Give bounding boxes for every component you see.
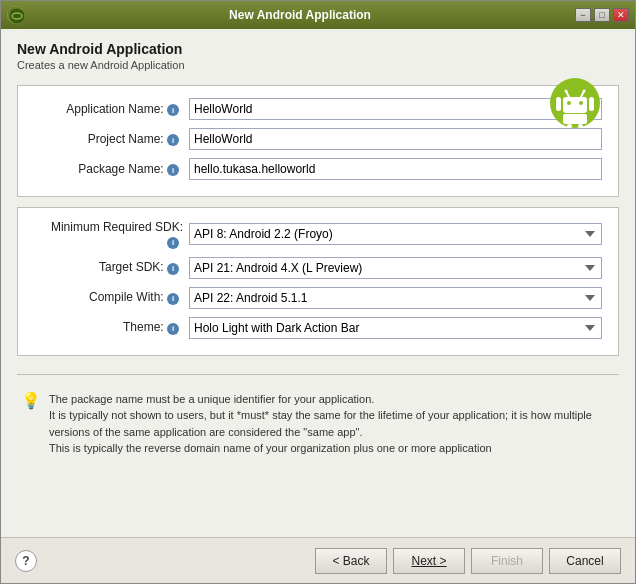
project-name-input[interactable] [189,128,602,150]
svg-point-8 [565,90,568,93]
help-button[interactable]: ? [15,550,37,572]
text-fields-section: Application Name: i Project Name: i Pack… [17,85,619,197]
svg-rect-12 [589,97,594,111]
project-name-label: Project Name: i [34,132,189,147]
close-button[interactable]: ✕ [613,8,629,22]
footer: ? < Back Next > Finish Cancel [1,537,635,583]
info-bulb-icon: 💡 [21,391,41,410]
compile-with-row: Compile With: i API 22: Android 5.1.1 AP… [34,287,602,309]
eclipse-icon [7,6,25,24]
header-area: New Android Application Creates a new An… [17,41,619,85]
cancel-button[interactable]: Cancel [549,548,621,574]
theme-info-icon[interactable]: i [167,323,179,335]
minimize-button[interactable]: − [575,8,591,22]
maximize-button[interactable]: □ [594,8,610,22]
svg-rect-13 [567,124,572,128]
svg-rect-11 [556,97,561,111]
page-subtitle: Creates a new Android Application [17,59,619,71]
project-name-row: Project Name: i [34,128,602,150]
min-sdk-info-icon[interactable]: i [167,237,179,249]
target-sdk-info-icon[interactable]: i [167,263,179,275]
android-logo [549,77,601,129]
package-name-row: Package Name: i [34,158,602,180]
project-name-info-icon[interactable]: i [167,134,179,146]
theme-row: Theme: i Holo Light with Dark Action Bar… [34,317,602,339]
content-area: New Android Application Creates a new An… [1,29,635,537]
title-bar: New Android Application − □ ✕ [1,1,635,29]
package-name-label: Package Name: i [34,162,189,177]
footer-left: ? [15,550,37,572]
application-name-row: Application Name: i [34,98,602,120]
back-button[interactable]: < Back [315,548,387,574]
window-title: New Android Application [25,8,575,22]
window-controls: − □ ✕ [575,8,629,22]
info-box: 💡 The package name must be a unique iden… [17,383,619,465]
next-button[interactable]: Next > [393,548,465,574]
main-window: New Android Application − □ ✕ New Androi… [0,0,636,584]
min-sdk-select[interactable]: API 8: Android 2.2 (Froyo) API 9: Androi… [189,223,602,245]
top-section: New Android Application Creates a new An… [17,41,619,85]
application-name-label: Application Name: i [34,102,189,117]
svg-rect-3 [563,97,587,113]
divider [17,374,619,375]
dropdowns-section: Minimum Required SDK: i API 8: Android 2… [17,207,619,356]
target-sdk-select[interactable]: API 21: Android 4.X (L Preview) API 22: … [189,257,602,279]
application-name-input[interactable] [189,98,602,120]
svg-point-9 [583,90,586,93]
svg-point-4 [567,101,571,105]
package-name-info-icon[interactable]: i [167,164,179,176]
target-sdk-row: Target SDK: i API 21: Android 4.X (L Pre… [34,257,602,279]
target-sdk-label: Target SDK: i [34,260,189,275]
compile-with-label: Compile With: i [34,290,189,305]
finish-button[interactable]: Finish [471,548,543,574]
svg-point-5 [579,101,583,105]
compile-with-select[interactable]: API 22: Android 5.1.1 API 21: Android 4.… [189,287,602,309]
theme-select[interactable]: Holo Light with Dark Action Bar Holo Dar… [189,317,602,339]
page-title: New Android Application [17,41,619,57]
footer-buttons: < Back Next > Finish Cancel [315,548,621,574]
svg-rect-14 [578,124,583,128]
package-name-input[interactable] [189,158,602,180]
application-name-info-icon[interactable]: i [167,104,179,116]
info-text: The package name must be a unique identi… [49,391,615,457]
theme-label: Theme: i [34,320,189,335]
compile-with-info-icon[interactable]: i [167,293,179,305]
min-sdk-label: Minimum Required SDK: i [34,220,189,249]
min-sdk-row: Minimum Required SDK: i API 8: Android 2… [34,220,602,249]
svg-rect-10 [563,114,587,124]
